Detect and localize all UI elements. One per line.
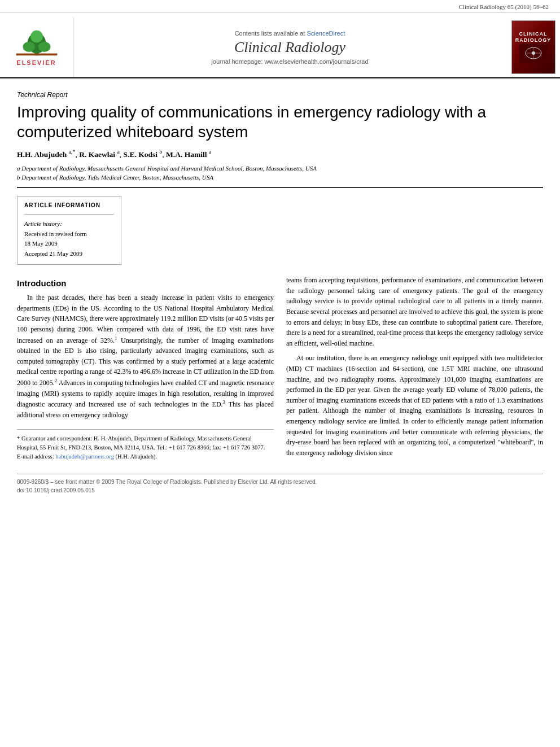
main-col [135,196,543,265]
author-kodsi-sup: b [159,148,162,155]
article-info-col: ARTICLE INFORMATION Article history: Rec… [17,196,121,265]
journal-center: Contents lists available at ScienceDirec… [73,18,506,77]
sciencedirect-link[interactable]: ScienceDirect [307,30,345,37]
intro-para1: In the past decades, there has been a st… [17,292,274,420]
email-label: E-mail address: [17,453,54,460]
author-kodsi: S.E. Kodsi [124,150,158,159]
footnote-area: * Guarantor and correspondent: H. H. Abu… [17,429,274,461]
sciencedirect-line: Contents lists available at ScienceDirec… [235,30,345,37]
author-hamill: M.A. Hamill [166,150,207,159]
bottom-left: 0009-9260/$ – see front matter © 2009 Th… [17,478,317,495]
footnote-email: E-mail address: habujudeh@partners.org (… [17,452,274,461]
accepted-text: Accepted 21 May 2009 [24,249,114,259]
left-text-col: Introduction In the past decades, there … [17,275,274,462]
citation-text: Clinical Radiology 65 (2010) 56–62 [459,3,549,10]
article-title: Improving quality of communications in e… [17,102,543,142]
journal-header: ELSEVIER Contents lists available at Sci… [0,13,560,78]
journal-cover: CLINICALRADIOLOGY [506,18,560,77]
two-col-layout: ARTICLE INFORMATION Article history: Rec… [17,196,543,265]
cover-image-icon [519,43,548,63]
footnote-guarantor: * Guarantor and correspondent: H. H. Abu… [17,434,274,452]
elsevier-label: ELSEVIER [16,59,56,66]
svg-point-3 [38,41,50,51]
journal-homepage: journal homepage: www.elsevierhealth.com… [211,58,368,65]
right-text-col: teams from accepting requisitions, perfo… [286,275,543,462]
cover-title: CLINICALRADIOLOGY [515,31,552,43]
page: Clinical Radiology 65 (2010) 56–62 ELSEV… [0,0,560,747]
main-content: Technical Report Improving quality of co… [0,78,560,506]
article-info-title: ARTICLE INFORMATION [24,202,114,208]
author-abujudeh-sup: a,* [69,148,76,155]
citation-bar: Clinical Radiology 65 (2010) 56–62 [0,0,560,13]
article-history-label: Article history: [24,220,114,227]
doi-text: doi:10.1016/j.crad.2009.05.015 [17,486,317,495]
info-divider [24,214,114,215]
header-divider [17,187,543,188]
svg-rect-5 [16,53,57,55]
section-label: Technical Report [17,91,543,99]
author-kaewlai: R. Kaewlai [79,150,115,159]
intro-para3: At our institution, there is an emergenc… [286,353,543,458]
email-link[interactable]: habujudeh@partners.org [55,453,114,460]
author-kaewlai-sup: a [117,148,119,155]
received-date: 18 May 2009 [24,239,114,249]
bottom-bar: 0009-9260/$ – see front matter © 2009 Th… [17,474,543,495]
copyright-text: 0009-9260/$ – see front matter © 2009 Th… [17,478,317,486]
body-two-col: Introduction In the past decades, there … [17,275,543,462]
ref2: 2 [55,378,58,383]
journal-title-header: Clinical Radiology [234,39,345,56]
affiliations: a Department of Radiology, Massachusetts… [17,164,543,182]
intro-para2: teams from accepting requisitions, perfo… [286,275,543,348]
ref1: 1 [115,335,117,341]
affiliation-a: a Department of Radiology, Massachusetts… [17,164,543,173]
authors-line: H.H. Abujudeh a,*, R. Kaewlai a, S.E. Ko… [17,148,543,159]
elsevier-logo: ELSEVIER [0,18,73,77]
cover-box: CLINICALRADIOLOGY [511,20,555,74]
svg-point-2 [23,41,35,51]
intro-heading: Introduction [17,278,274,288]
email-note: (H.H. Abujudeh). [116,453,158,460]
author-abujudeh: H.H. Abujudeh [17,150,67,159]
svg-point-4 [30,30,43,42]
ref3: 3 [223,399,226,405]
author-hamill-sup: a [209,148,211,155]
sciencedirect-pre-text: Contents lists available at [235,30,305,37]
article-info-box: ARTICLE INFORMATION Article history: Rec… [17,196,121,265]
received-text: Received in revised form [24,229,114,239]
elsevier-tree-icon [14,29,59,57]
affiliation-b: b Department of Radiology, Tufts Medical… [17,173,543,182]
